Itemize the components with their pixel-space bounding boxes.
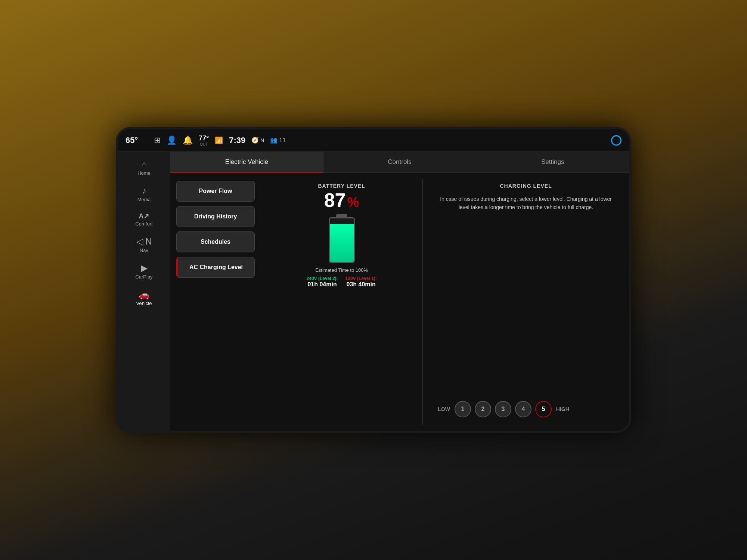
level2-voltage: 240V (Level 2): <box>307 276 338 281</box>
passenger-icon: 👥 <box>270 137 278 144</box>
nav-direction: N <box>260 137 264 143</box>
battery-percent-value: 87 <box>324 190 346 210</box>
sidebar-item-carplay[interactable]: ▶ CarPlay <box>118 259 170 284</box>
nav-indicator: 🧭 N <box>251 137 264 144</box>
compass-icon: 🧭 <box>251 137 259 144</box>
charging-level-section: CHARGING LEVEL In case of issues during … <box>429 179 623 425</box>
level2-charge-time: 240V (Level 2): 01h 04min <box>307 276 338 288</box>
charge-times: 240V (Level 2): 01h 04min 120V (Level 1)… <box>307 276 377 288</box>
sidebar-comfort-label: Comfort <box>135 221 152 227</box>
battery-percent-display: 87 % <box>324 190 359 210</box>
carplay-icon: ▶ <box>141 264 148 273</box>
status-circle-indicator <box>611 135 622 146</box>
status-bar: 65° ⊞ 👤 🔔 77° OUT 📶 7:39 🧭 N 👥 11 <box>118 129 629 152</box>
battery-fill <box>330 224 354 262</box>
passenger-number: 11 <box>279 137 286 144</box>
battery-section: BATTERY LEVEL 87 % Estimated Time to 100… <box>261 179 423 425</box>
charging-level-4[interactable]: 4 <box>515 401 531 417</box>
charging-level-description: In case of issues during charging, selec… <box>438 195 614 212</box>
outside-temp-display: 77° OUT <box>199 134 209 146</box>
interior-temp: 65° <box>125 136 148 145</box>
charging-level-buttons: 1 2 3 4 5 <box>455 401 552 417</box>
sidebar-nav-label: Nav <box>140 248 148 253</box>
ev-navigation-buttons: Power Flow Driving History Schedules AC … <box>176 179 255 425</box>
driving-history-button[interactable]: Driving History <box>176 206 255 227</box>
schedules-button[interactable]: Schedules <box>176 231 255 252</box>
tab-electric-vehicle[interactable]: Electric Vehicle <box>170 152 323 173</box>
sidebar-carplay-label: CarPlay <box>135 274 152 280</box>
battery-visual <box>329 214 355 263</box>
sidebar-item-nav[interactable]: ◁ N Nav <box>118 233 170 258</box>
sidebar-item-home[interactable]: ⌂ Home <box>118 155 170 180</box>
passenger-count: 👥 11 <box>270 137 286 144</box>
content-panel: Electric Vehicle Controls Settings Power… <box>170 152 629 431</box>
grid-icon[interactable]: ⊞ <box>154 136 161 145</box>
high-label: HIGH <box>556 406 569 412</box>
sidebar-media-label: Media <box>137 197 151 202</box>
estimated-time-label: Estimated Time to 100% <box>315 267 368 273</box>
sidebar-item-comfort[interactable]: A↗ Comfort <box>118 208 170 231</box>
infotainment-screen: 65° ⊞ 👤 🔔 77° OUT 📶 7:39 🧭 N 👥 11 ⌂ Home <box>116 127 631 433</box>
level1-voltage: 120V (Level 1): <box>345 276 377 281</box>
charging-level-title: CHARGING LEVEL <box>438 183 614 189</box>
level2-time: 01h 04min <box>307 281 338 288</box>
battery-body <box>329 217 355 263</box>
charging-level-5[interactable]: 5 <box>535 401 552 417</box>
charging-level-1[interactable]: 1 <box>455 401 471 417</box>
clock: 7:39 <box>229 136 245 145</box>
ac-charging-level-button[interactable]: AC Charging Level <box>176 257 255 278</box>
sidebar: ⌂ Home ♪ Media A↗ Comfort ◁ N Nav ▶ CarP… <box>118 152 170 431</box>
level1-charge-time: 120V (Level 1): 03h 40min <box>345 276 377 288</box>
media-icon: ♪ <box>142 186 146 195</box>
outside-label: OUT <box>200 142 208 146</box>
power-flow-button[interactable]: Power Flow <box>176 181 255 202</box>
tab-content-area: Power Flow Driving History Schedules AC … <box>170 173 629 431</box>
sidebar-home-label: Home <box>137 170 151 176</box>
tab-controls[interactable]: Controls <box>323 152 477 172</box>
level1-time: 03h 40min <box>345 281 377 288</box>
main-content: ⌂ Home ♪ Media A↗ Comfort ◁ N Nav ▶ CarP… <box>118 152 629 431</box>
home-icon: ⌂ <box>141 160 147 169</box>
vehicle-icon: 🚗 <box>139 290 150 299</box>
profile-icon[interactable]: 👤 <box>167 136 177 145</box>
tab-bar: Electric Vehicle Controls Settings <box>170 152 629 173</box>
sidebar-item-vehicle[interactable]: 🚗 Vehicle <box>118 286 170 311</box>
status-right-area <box>611 135 622 146</box>
notification-icon[interactable]: 🔔 <box>183 136 193 145</box>
sidebar-item-media[interactable]: ♪ Media <box>118 182 170 207</box>
charging-level-3[interactable]: 3 <box>495 401 511 417</box>
tab-settings[interactable]: Settings <box>476 152 629 172</box>
battery-percent-symbol: % <box>347 190 359 210</box>
battery-cap <box>336 214 347 217</box>
charging-level-selector: LOW 1 2 3 4 5 HIGH <box>438 401 614 421</box>
outside-temp: 77° <box>199 134 209 142</box>
comfort-icon: A↗ <box>139 213 149 220</box>
wifi-icon: 📶 <box>215 136 223 144</box>
low-label: LOW <box>438 406 450 412</box>
nav-icon: ◁ N <box>136 237 152 246</box>
charging-level-2[interactable]: 2 <box>475 401 491 417</box>
battery-section-label: BATTERY LEVEL <box>318 183 365 189</box>
sidebar-vehicle-label: Vehicle <box>136 301 152 306</box>
